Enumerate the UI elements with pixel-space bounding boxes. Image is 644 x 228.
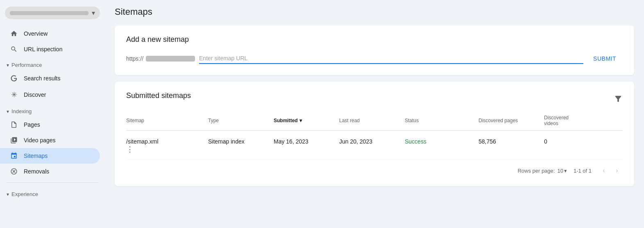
property-selector[interactable]: ▾ [5, 7, 100, 19]
chevron-down-icon: ▾ [7, 192, 9, 197]
chevron-down-icon: ▾ [7, 109, 9, 114]
url-prefix: https:// [126, 55, 196, 62]
table-row: /sitemap.xml Sitemap index May 16, 2023 … [126, 132, 623, 160]
sitemap-url-input[interactable] [199, 53, 583, 63]
col-submitted[interactable]: Submitted ▾ [274, 115, 339, 126]
home-icon [10, 30, 18, 37]
removals-icon [10, 168, 18, 175]
col-type: Type [208, 115, 274, 126]
add-sitemap-card: Add a new sitemap https:// SUBMIT [115, 25, 634, 75]
cell-status: Success [405, 138, 478, 145]
submitted-sitemaps-title: Submitted sitemaps [126, 91, 191, 100]
submitted-sitemaps-header: Submitted sitemaps [126, 91, 623, 108]
sitemaps-icon [10, 152, 18, 160]
chevron-down-icon: ▾ [92, 9, 95, 17]
sidebar-item-removals[interactable]: Removals [0, 164, 100, 179]
chevron-down-icon: ▾ [564, 168, 567, 174]
google-icon [10, 75, 18, 82]
col-last-read: Last read [339, 115, 405, 126]
sidebar-item-pages-label: Pages [24, 121, 40, 128]
sidebar-item-video-pages[interactable]: Video pages [0, 132, 100, 148]
rows-per-page-control: Rows per page: 10 ▾ [517, 168, 567, 174]
col-discovered-pages: Discovered pages [478, 115, 544, 126]
sidebar-item-overview[interactable]: Overview [0, 26, 100, 41]
pagination-prev-button[interactable]: ‹ [598, 165, 610, 176]
sidebar-item-discover[interactable]: ✳ Discover [0, 86, 100, 103]
rows-per-page-select[interactable]: 10 ▾ [557, 168, 567, 174]
discover-icon: ✳ [10, 90, 18, 99]
cell-type: Sitemap index [208, 138, 274, 145]
sitemap-input-wrapper [199, 53, 583, 64]
row-more-button[interactable]: ⋮ [126, 145, 208, 154]
cell-last-read: Jun 20, 2023 [339, 138, 405, 145]
rows-per-page-label: Rows per page: [517, 168, 555, 174]
sidebar-divider [7, 182, 98, 183]
table-header: Sitemap Type Submitted ▾ Last read Statu… [126, 115, 623, 131]
add-sitemap-row: https:// SUBMIT [126, 52, 623, 65]
chevron-down-icon: ▾ [7, 62, 9, 68]
main-content: Sitemaps Add a new sitemap https:// SUBM… [105, 0, 644, 228]
cell-discovered-videos: 0 [544, 138, 560, 145]
sidebar-item-sitemaps[interactable]: Sitemaps [0, 148, 100, 164]
sidebar-section-indexing-label: Indexing [11, 108, 32, 114]
property-selector-label [10, 11, 88, 15]
sidebar-item-removals-label: Removals [24, 168, 49, 175]
cell-sitemap: /sitemap.xml [126, 138, 208, 145]
col-discovered-videos: Discovered videos [544, 115, 560, 126]
sidebar-section-performance-label: Performance [11, 62, 42, 68]
cell-discovered-pages: 58,756 [478, 138, 544, 145]
cell-submitted: May 16, 2023 [274, 138, 339, 145]
col-status: Status [405, 115, 478, 126]
sort-desc-icon: ▾ [299, 118, 302, 123]
pagination-info: 1-1 of 1 [574, 168, 592, 174]
sidebar-item-video-pages-label: Video pages [24, 137, 56, 144]
search-icon [10, 46, 18, 53]
pagination-next-button[interactable]: › [611, 165, 623, 176]
sidebar: ▾ Overview URL inspection ▾ Performance … [0, 0, 105, 228]
sidebar-item-search-results-label: Search results [24, 75, 60, 82]
sidebar-section-indexing[interactable]: ▾ Indexing [0, 103, 105, 117]
sidebar-section-experience[interactable]: ▾ Experience [0, 186, 105, 200]
pagination-controls: ‹ › [598, 165, 623, 176]
sidebar-item-pages[interactable]: Pages [0, 117, 100, 132]
submit-button[interactable]: SUBMIT [587, 52, 623, 65]
sidebar-item-overview-label: Overview [24, 30, 48, 37]
sidebar-section-experience-label: Experience [11, 191, 38, 197]
page-title: Sitemaps [115, 7, 634, 17]
sidebar-section-performance[interactable]: ▾ Performance [0, 57, 105, 71]
sidebar-item-search-results[interactable]: Search results [0, 71, 100, 86]
sidebar-item-sitemaps-label: Sitemaps [24, 153, 48, 159]
col-sitemap: Sitemap [126, 115, 208, 126]
submitted-sitemaps-card: Submitted sitemaps Sitemap Type Submitte… [115, 82, 634, 186]
sidebar-item-url-inspection[interactable]: URL inspection [0, 41, 100, 57]
video-icon [10, 137, 18, 144]
url-prefix-blur [146, 56, 195, 62]
filter-icon[interactable] [614, 94, 623, 105]
rows-per-page-value: 10 [557, 168, 563, 174]
sidebar-item-discover-label: Discover [24, 91, 46, 98]
add-sitemap-title: Add a new sitemap [126, 35, 623, 44]
sitemaps-table: Sitemap Type Submitted ▾ Last read Statu… [126, 115, 623, 176]
pages-icon [10, 121, 18, 128]
table-footer: Rows per page: 10 ▾ 1-1 of 1 ‹ › [126, 160, 623, 176]
sidebar-item-url-inspection-label: URL inspection [24, 46, 62, 52]
